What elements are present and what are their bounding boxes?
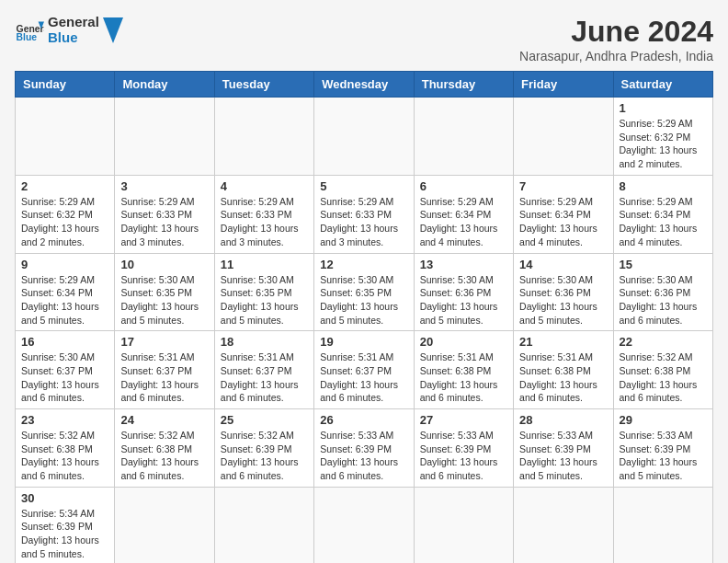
day-number: 21: [519, 335, 607, 349]
day-info: Sunrise: 5:30 AM Sunset: 6:36 PM Dayligh…: [519, 273, 607, 327]
month-title: June 2024: [519, 15, 713, 49]
day-number: 23: [21, 413, 108, 427]
calendar-week-row: 2Sunrise: 5:29 AM Sunset: 6:32 PM Daylig…: [16, 175, 713, 253]
title-area: June 2024 Narasapur, Andhra Pradesh, Ind…: [519, 15, 713, 63]
day-info: Sunrise: 5:31 AM Sunset: 6:37 PM Dayligh…: [120, 350, 208, 405]
calendar-day-cell: 28Sunrise: 5:33 AM Sunset: 6:39 PM Dayli…: [514, 409, 613, 488]
calendar-day-cell: 8Sunrise: 5:29 AM Sunset: 6:34 PM Daylig…: [613, 175, 712, 253]
day-info: Sunrise: 5:30 AM Sunset: 6:36 PM Dayligh…: [420, 273, 507, 327]
calendar-day-cell: 25Sunrise: 5:32 AM Sunset: 6:39 PM Dayli…: [214, 409, 313, 488]
svg-text:Blue: Blue: [17, 32, 38, 42]
header: General Blue General Blue June 2024 Nara…: [15, 15, 713, 63]
calendar-day-cell: [514, 98, 613, 176]
calendar-day-cell: [514, 487, 613, 563]
day-info: Sunrise: 5:33 AM Sunset: 6:39 PM Dayligh…: [420, 429, 507, 483]
day-info: Sunrise: 5:31 AM Sunset: 6:37 PM Dayligh…: [221, 350, 308, 405]
day-info: Sunrise: 5:29 AM Sunset: 6:32 PM Dayligh…: [21, 195, 108, 249]
calendar-header-saturday: Saturday: [613, 72, 712, 98]
logo-icon: General Blue: [15, 16, 44, 45]
day-number: 25: [221, 413, 308, 427]
location-subtitle: Narasapur, Andhra Pradesh, India: [519, 49, 713, 63]
day-info: Sunrise: 5:29 AM Sunset: 6:33 PM Dayligh…: [120, 195, 208, 249]
day-number: 1: [620, 101, 707, 115]
calendar-day-cell: [613, 487, 712, 563]
calendar-day-cell: [314, 487, 414, 563]
calendar-day-cell: [314, 98, 414, 176]
calendar-day-cell: 17Sunrise: 5:31 AM Sunset: 6:37 PM Dayli…: [115, 331, 214, 409]
day-info: Sunrise: 5:29 AM Sunset: 6:34 PM Dayligh…: [420, 195, 507, 249]
day-info: Sunrise: 5:33 AM Sunset: 6:39 PM Dayligh…: [320, 429, 407, 483]
day-number: 5: [320, 179, 407, 193]
calendar-day-cell: 6Sunrise: 5:29 AM Sunset: 6:34 PM Daylig…: [414, 175, 513, 253]
day-info: Sunrise: 5:31 AM Sunset: 6:38 PM Dayligh…: [420, 350, 507, 405]
day-info: Sunrise: 5:29 AM Sunset: 6:33 PM Dayligh…: [221, 195, 308, 249]
day-info: Sunrise: 5:31 AM Sunset: 6:37 PM Dayligh…: [320, 350, 407, 405]
day-number: 4: [221, 179, 308, 193]
day-info: Sunrise: 5:32 AM Sunset: 6:38 PM Dayligh…: [620, 350, 707, 405]
calendar-day-cell: 30Sunrise: 5:34 AM Sunset: 6:39 PM Dayli…: [16, 487, 115, 563]
calendar-day-cell: 14Sunrise: 5:30 AM Sunset: 6:36 PM Dayli…: [514, 253, 613, 331]
day-number: 18: [221, 335, 308, 349]
calendar-day-cell: 15Sunrise: 5:30 AM Sunset: 6:36 PM Dayli…: [613, 253, 712, 331]
day-number: 14: [519, 258, 607, 271]
calendar-day-cell: [115, 487, 214, 563]
logo: General Blue General Blue: [15, 15, 123, 45]
calendar-day-cell: 29Sunrise: 5:33 AM Sunset: 6:39 PM Dayli…: [613, 409, 712, 488]
day-number: 2: [21, 179, 108, 193]
calendar-header-thursday: Thursday: [414, 72, 513, 98]
day-number: 9: [21, 258, 108, 271]
logo-blue: Blue: [48, 30, 99, 46]
calendar-day-cell: [115, 98, 214, 176]
logo-general: General: [48, 15, 99, 30]
calendar-header-monday: Monday: [115, 72, 214, 98]
day-number: 24: [120, 413, 208, 427]
day-number: 16: [21, 335, 108, 349]
day-number: 26: [320, 413, 407, 427]
day-info: Sunrise: 5:30 AM Sunset: 6:35 PM Dayligh…: [221, 273, 308, 327]
day-info: Sunrise: 5:34 AM Sunset: 6:39 PM Dayligh…: [21, 507, 108, 561]
day-number: 3: [120, 179, 208, 193]
day-number: 28: [519, 413, 607, 427]
day-info: Sunrise: 5:32 AM Sunset: 6:38 PM Dayligh…: [21, 429, 108, 483]
calendar-day-cell: 10Sunrise: 5:30 AM Sunset: 6:35 PM Dayli…: [115, 253, 214, 331]
day-info: Sunrise: 5:32 AM Sunset: 6:38 PM Dayligh…: [120, 429, 208, 483]
calendar-day-cell: 5Sunrise: 5:29 AM Sunset: 6:33 PM Daylig…: [314, 175, 414, 253]
day-number: 8: [620, 179, 707, 193]
day-number: 30: [21, 491, 108, 505]
calendar-header-sunday: Sunday: [16, 72, 115, 98]
calendar-header-tuesday: Tuesday: [214, 72, 313, 98]
calendar-table: SundayMondayTuesdayWednesdayThursdayFrid…: [15, 71, 713, 563]
day-number: 12: [320, 258, 407, 271]
day-info: Sunrise: 5:33 AM Sunset: 6:39 PM Dayligh…: [620, 429, 707, 483]
day-info: Sunrise: 5:29 AM Sunset: 6:33 PM Dayligh…: [320, 195, 407, 249]
calendar-day-cell: 12Sunrise: 5:30 AM Sunset: 6:35 PM Dayli…: [314, 253, 414, 331]
calendar-header-row: SundayMondayTuesdayWednesdayThursdayFrid…: [16, 72, 713, 98]
day-info: Sunrise: 5:31 AM Sunset: 6:38 PM Dayligh…: [519, 350, 607, 405]
calendar-day-cell: 7Sunrise: 5:29 AM Sunset: 6:34 PM Daylig…: [514, 175, 613, 253]
day-number: 22: [620, 335, 707, 349]
day-number: 29: [620, 413, 707, 427]
logo-triangle-icon: [103, 17, 123, 43]
day-info: Sunrise: 5:30 AM Sunset: 6:36 PM Dayligh…: [620, 273, 707, 327]
calendar-header-wednesday: Wednesday: [314, 72, 414, 98]
day-info: Sunrise: 5:33 AM Sunset: 6:39 PM Dayligh…: [519, 429, 607, 483]
calendar-day-cell: [414, 98, 513, 176]
calendar-day-cell: 9Sunrise: 5:29 AM Sunset: 6:34 PM Daylig…: [16, 253, 115, 331]
day-info: Sunrise: 5:29 AM Sunset: 6:32 PM Dayligh…: [620, 117, 707, 171]
calendar-day-cell: 1Sunrise: 5:29 AM Sunset: 6:32 PM Daylig…: [613, 98, 712, 176]
day-number: 20: [420, 335, 507, 349]
calendar-week-row: 1Sunrise: 5:29 AM Sunset: 6:32 PM Daylig…: [16, 98, 713, 176]
day-info: Sunrise: 5:30 AM Sunset: 6:35 PM Dayligh…: [320, 273, 407, 327]
day-number: 11: [221, 258, 308, 271]
calendar-day-cell: 11Sunrise: 5:30 AM Sunset: 6:35 PM Dayli…: [214, 253, 313, 331]
calendar-day-cell: [16, 98, 115, 176]
day-number: 6: [420, 179, 507, 193]
calendar-day-cell: 23Sunrise: 5:32 AM Sunset: 6:38 PM Dayli…: [16, 409, 115, 488]
day-number: 13: [420, 258, 507, 271]
calendar-week-row: 9Sunrise: 5:29 AM Sunset: 6:34 PM Daylig…: [16, 253, 713, 331]
calendar-day-cell: 4Sunrise: 5:29 AM Sunset: 6:33 PM Daylig…: [214, 175, 313, 253]
calendar-week-row: 30Sunrise: 5:34 AM Sunset: 6:39 PM Dayli…: [16, 487, 713, 563]
day-number: 19: [320, 335, 407, 349]
calendar-day-cell: 26Sunrise: 5:33 AM Sunset: 6:39 PM Dayli…: [314, 409, 414, 488]
calendar-week-row: 23Sunrise: 5:32 AM Sunset: 6:38 PM Dayli…: [16, 409, 713, 488]
